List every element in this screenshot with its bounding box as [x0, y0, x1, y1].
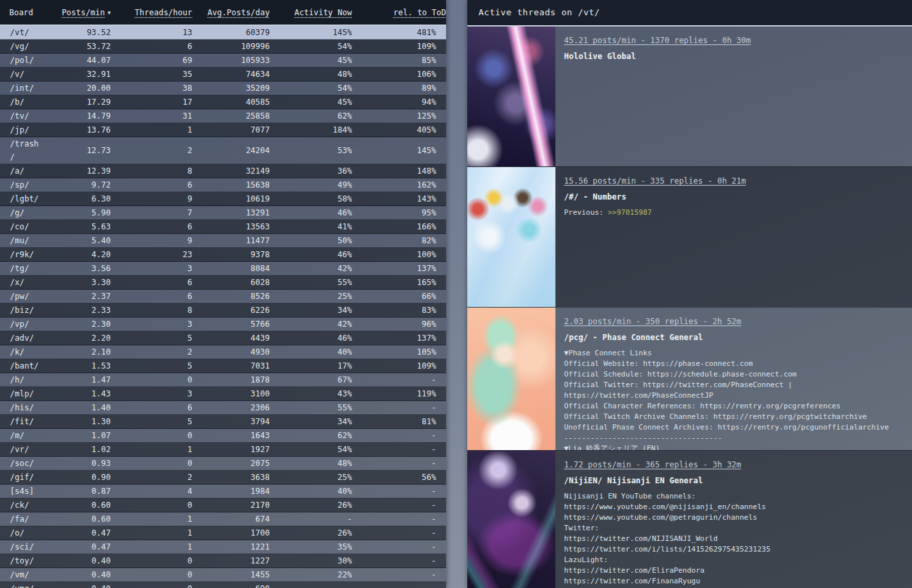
- thread-stats-link[interactable]: 2.03 posts/min - 350 replies - 2h 52m: [564, 316, 741, 327]
- board-row[interactable]: /ck/0.600217026%-: [0, 499, 446, 512]
- board-name: /b/: [0, 95, 42, 109]
- board-row[interactable]: /vt/93.521360379145%481%: [0, 25, 446, 40]
- board-row[interactable]: /k/2.102493040%105%: [0, 345, 446, 359]
- board-row[interactable]: /tg/3.563808442%137%: [0, 262, 446, 276]
- rel-to-tod: 137%: [352, 262, 446, 276]
- thread-thumbnail[interactable]: [467, 27, 555, 166]
- board-row[interactable]: /x/3.306602855%165%: [0, 276, 446, 290]
- posts-per-min: 1.02: [42, 443, 111, 457]
- avg-posts-per-day: 109996: [192, 40, 270, 54]
- avg-posts-per-day: 2170: [192, 499, 270, 512]
- board-row[interactable]: /int/20.00383520954%89%: [0, 82, 446, 95]
- board-name: /a/: [0, 164, 42, 178]
- board-name: /vr/: [0, 443, 42, 457]
- board-name: /m/: [0, 429, 42, 443]
- board-row[interactable]: /toy/0.400122730%-: [0, 554, 446, 568]
- board-row[interactable]: /gif/0.902363825%56%: [0, 471, 446, 485]
- threads-per-hour: 69: [111, 54, 192, 68]
- avg-posts-per-day: 1455: [192, 568, 270, 582]
- rel-to-tod: 109%: [352, 40, 446, 54]
- board-row[interactable]: /vm/0.400145522%-: [0, 568, 446, 582]
- activity-now: 46%: [270, 331, 352, 345]
- board-row[interactable]: /v/32.91357463448%106%: [0, 68, 446, 82]
- column-header-avg-posts-day[interactable]: Avg.Posts/day: [192, 0, 270, 25]
- column-header-posts-min[interactable]: Posts/min▼: [42, 0, 111, 25]
- board-row[interactable]: /soc/0.930207548%-: [0, 457, 446, 471]
- column-header-rel-to-tod[interactable]: rel. to ToD: [352, 0, 446, 25]
- board-row[interactable]: /tv/14.79312585862%125%: [0, 109, 446, 123]
- board-row[interactable]: /o/0.471170026%-: [0, 526, 446, 540]
- board-row[interactable]: /adv/2.205443946%137%: [0, 331, 446, 345]
- board-row[interactable]: /bant/1.535703117%109%: [0, 359, 446, 373]
- board-row[interactable]: /vp/2.303576642%96%: [0, 318, 446, 331]
- board-row[interactable]: /vr/1.021192754%-: [0, 443, 446, 457]
- board-name: /pol/: [0, 54, 42, 68]
- thread-stats-link[interactable]: 1.72 posts/min - 365 replies - 3h 32m: [564, 459, 741, 470]
- threads-per-hour: 1: [111, 443, 192, 457]
- rel-to-tod: 148%: [352, 164, 446, 178]
- board-row[interactable]: /b/17.29174058545%94%: [0, 95, 446, 109]
- board-row[interactable]: /pol/44.076910593345%85%: [0, 54, 446, 68]
- threads-per-hour: 5: [111, 359, 192, 373]
- board-row[interactable]: [s4s]0.874198440%-: [0, 485, 446, 499]
- board-name: /vt/: [0, 25, 42, 40]
- board-row[interactable]: /his/1.406230655%-: [0, 401, 446, 415]
- thread-thumbnail[interactable]: [467, 167, 555, 307]
- board-name: /co/: [0, 220, 42, 234]
- column-header-threads-hour[interactable]: Threads/hour: [111, 0, 192, 25]
- activity-now: 42%: [270, 262, 352, 276]
- board-row[interactable]: /trash/12.7322420453%145%: [0, 137, 446, 164]
- board-row[interactable]: /co/5.6361356341%166%: [0, 220, 446, 234]
- activity-now: 54%: [270, 443, 352, 457]
- column-label: Avg.Posts/day: [207, 8, 270, 17]
- board-name: /ck/: [0, 499, 42, 512]
- board-row[interactable]: /h/1.470187867%-: [0, 373, 446, 387]
- thread-thumbnail[interactable]: [467, 451, 555, 588]
- board-row[interactable]: /fit/1.305379434%81%: [0, 415, 446, 429]
- posts-per-min: 0.40: [42, 582, 111, 588]
- activity-now: 45%: [270, 95, 352, 109]
- posts-per-min: 1.53: [42, 359, 111, 373]
- board-row[interactable]: /vmg/0.400690--: [0, 582, 446, 588]
- thread-content: 1.72 posts/min - 365 replies - 3h 32m/Ni…: [555, 451, 912, 588]
- board-row[interactable]: /fa/0.601674--: [0, 512, 446, 526]
- board-row[interactable]: /m/1.070164362%-: [0, 429, 446, 443]
- posts-per-min: 53.72: [42, 40, 111, 54]
- avg-posts-per-day: 1227: [192, 554, 270, 568]
- thread-stats-link[interactable]: 45.21 posts/min - 1370 replies - 0h 30m: [564, 35, 751, 46]
- rel-to-tod: 162%: [352, 178, 446, 192]
- thread-stats-link[interactable]: 15.56 posts/min - 335 replies - 0h 21m: [564, 176, 746, 186]
- activity-now: 58%: [270, 192, 352, 206]
- board-name: [s4s]: [0, 485, 42, 499]
- board-row[interactable]: /a/12.3983214936%148%: [0, 164, 446, 178]
- board-row[interactable]: /jp/13.7617077184%405%: [0, 123, 446, 137]
- activity-now: 40%: [270, 485, 352, 499]
- thread-body: Previous: >>97015987: [564, 207, 901, 218]
- threads-per-hour: 8: [111, 164, 192, 178]
- column-header-activity-now[interactable]: Activity Now: [270, 0, 352, 25]
- board-row[interactable]: /sci/0.471122135%-: [0, 540, 446, 554]
- board-row[interactable]: /r9k/4.2023937846%100%: [0, 248, 446, 262]
- board-row[interactable]: /pw/2.376852625%66%: [0, 290, 446, 304]
- board-row[interactable]: /vg/53.72610999654%109%: [0, 40, 446, 54]
- activity-now: 41%: [270, 220, 352, 234]
- rel-to-tod: 94%: [352, 95, 446, 109]
- board-row[interactable]: /biz/2.338622634%83%: [0, 304, 446, 318]
- posts-per-min: 2.37: [42, 290, 111, 304]
- activity-now: 35%: [270, 540, 352, 554]
- board-row[interactable]: /lgbt/6.3091061958%143%: [0, 192, 446, 206]
- board-row[interactable]: /sp/9.7261563849%162%: [0, 178, 446, 192]
- active-threads-panel: Active threads on /vt/ 45.21 posts/min -…: [467, 0, 912, 588]
- posts-per-min: 2.10: [42, 345, 111, 359]
- board-row[interactable]: /mlp/1.433310043%119%: [0, 387, 446, 401]
- rel-to-tod: -: [352, 443, 446, 457]
- thread-body-line: Nijisanji EN YouTube channels:: [564, 491, 901, 502]
- thread-thumbnail[interactable]: [467, 308, 555, 450]
- posts-per-min: 0.40: [42, 554, 111, 568]
- thread-body-line: ------------------------------------: [564, 433, 901, 443]
- column-label: Posts/min: [62, 8, 105, 17]
- avg-posts-per-day: 9378: [192, 248, 270, 262]
- rel-to-tod: 105%: [352, 345, 446, 359]
- board-row[interactable]: /g/5.9071329146%95%: [0, 206, 446, 220]
- board-row[interactable]: /mu/5.4091147750%82%: [0, 234, 446, 248]
